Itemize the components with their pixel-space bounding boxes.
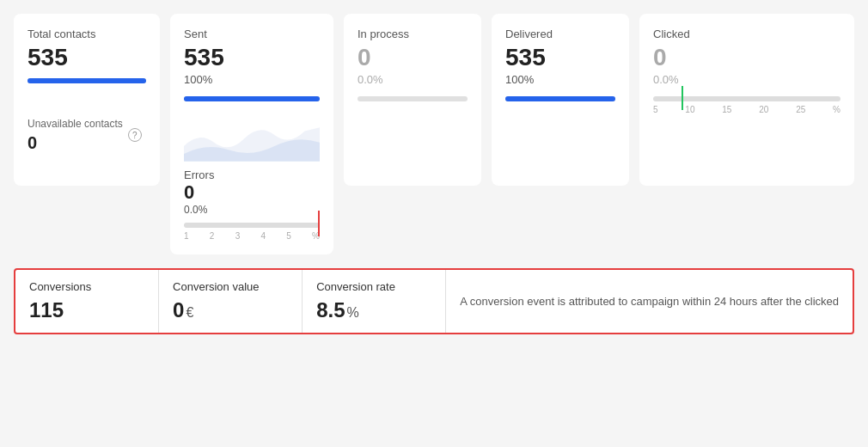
conversions-label: Conversions	[29, 280, 144, 293]
errors-section: Errors 0 0.0% 1 2 3 4 5 %	[184, 168, 320, 241]
sent-wave-chart	[184, 110, 320, 162]
clicked-percent: 0.0%	[653, 73, 840, 86]
ctick-pct: %	[833, 105, 840, 114]
conversions-cell: Conversions 115	[15, 270, 159, 333]
in-process-card: In process 0 0.0%	[344, 14, 481, 186]
clicked-value: 0	[653, 44, 840, 71]
sent-progress-container	[184, 96, 320, 101]
conversions-row: Conversions 115 Conversion value 0€ Conv…	[14, 268, 854, 334]
conversion-rate-label: Conversion rate	[316, 280, 431, 293]
tick-1: 1	[184, 231, 189, 241]
sent-progress-bar	[184, 96, 320, 101]
clicked-chart: 5 10 15 20 25 %	[653, 96, 840, 114]
clicked-needle	[682, 86, 683, 110]
delivered-value: 535	[505, 44, 615, 71]
dashboard: Total contacts 535 Unavailable contacts …	[0, 0, 868, 348]
sent-label: Sent	[184, 28, 320, 40]
cards-row: Total contacts 535 Unavailable contacts …	[14, 14, 854, 254]
delivered-progress-container	[505, 96, 615, 101]
unavailable-label: Unavailable contacts	[28, 118, 123, 132]
tick-2: 2	[210, 231, 215, 241]
conversion-value-value: 0€	[173, 298, 288, 322]
error-track	[184, 223, 320, 228]
sent-value: 535	[184, 44, 320, 71]
help-icon[interactable]: ?	[128, 128, 142, 142]
unavailable-section: Unavailable contacts 0 ?	[28, 118, 146, 153]
total-contacts-progress-container	[28, 78, 146, 83]
tick-3: 3	[235, 231, 241, 241]
tick-4: 4	[260, 231, 266, 241]
ctick-10: 10	[685, 105, 694, 114]
conversion-value-label: Conversion value	[173, 280, 288, 293]
ctick-15: 15	[722, 105, 731, 114]
clicked-track	[653, 96, 840, 101]
delivered-progress-bar	[505, 96, 615, 101]
ctick-5: 5	[653, 105, 658, 114]
tick-5: 5	[286, 231, 291, 241]
error-tick-labels: 1 2 3 4 5 %	[184, 231, 320, 241]
conversion-value-cell: Conversion value 0€	[159, 270, 303, 333]
delivered-percent: 100%	[505, 73, 615, 86]
ctick-25: 25	[796, 105, 805, 114]
unavailable-value: 0	[28, 133, 123, 153]
sent-percent: 100%	[184, 73, 320, 86]
delivered-label: Delivered	[505, 28, 615, 40]
in-process-value: 0	[358, 44, 468, 71]
clicked-label: Clicked	[653, 28, 840, 40]
in-process-percent: 0.0%	[358, 73, 468, 86]
total-contacts-label: Total contacts	[28, 28, 146, 40]
total-contacts-progress-bar	[28, 78, 146, 83]
unavailable-text-group: Unavailable contacts 0	[28, 118, 123, 153]
total-contacts-value: 535	[28, 44, 146, 71]
error-chart: 1 2 3 4 5 %	[184, 223, 320, 241]
clicked-card: Clicked 0 0.0% 5 10 15 20 25 %	[639, 14, 854, 186]
conversion-rate-cell: Conversion rate 8.5%	[303, 270, 446, 333]
total-contacts-card: Total contacts 535 Unavailable contacts …	[14, 14, 160, 186]
in-process-progress-container	[358, 96, 468, 101]
errors-value: 0	[184, 181, 320, 204]
errors-label: Errors	[184, 168, 320, 181]
sent-card: Sent 535 100% Errors 0 0.0%	[170, 14, 333, 254]
conversions-value: 115	[29, 298, 144, 322]
conversion-rate-value: 8.5%	[316, 298, 431, 322]
conversion-note: A conversion event is attributed to camp…	[446, 270, 853, 333]
in-process-label: In process	[358, 28, 468, 40]
error-needle	[318, 211, 320, 236]
sent-wave-svg	[184, 116, 320, 162]
errors-percent: 0.0%	[184, 204, 320, 216]
ctick-20: 20	[759, 105, 768, 114]
delivered-card: Delivered 535 100%	[492, 14, 629, 186]
